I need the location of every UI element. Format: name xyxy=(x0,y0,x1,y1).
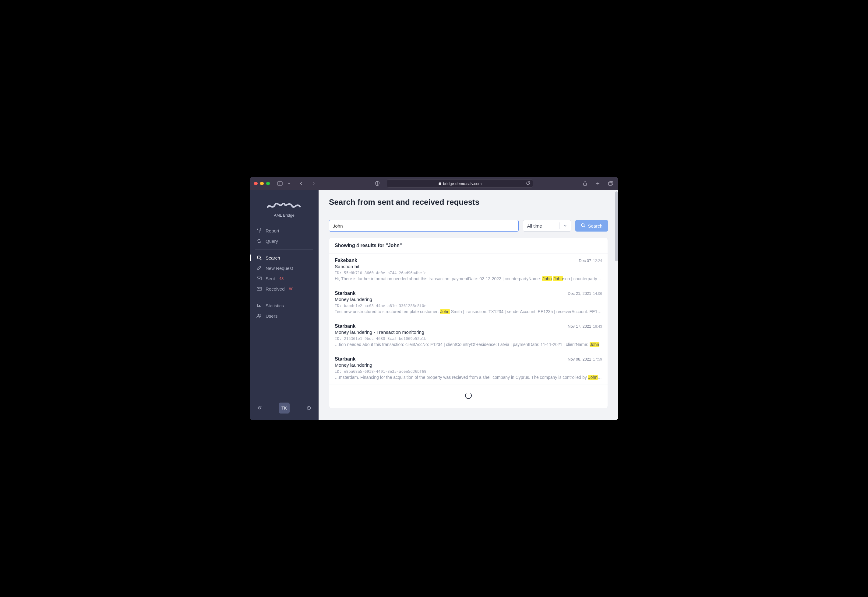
tab-group-chevron-icon[interactable] xyxy=(286,180,292,187)
highlight: John xyxy=(542,276,552,281)
browser-titlebar: bridge-demo.salv.com xyxy=(250,177,618,190)
forward-button[interactable] xyxy=(310,180,317,187)
result-snippet: …tion needed about this transaction: cli… xyxy=(335,342,602,347)
sidebar-item-label: Search xyxy=(266,255,280,260)
result-bank: Fakebank xyxy=(335,258,357,263)
highlight: John xyxy=(590,342,599,347)
share-icon[interactable] xyxy=(582,180,588,187)
search-icon xyxy=(256,255,262,260)
privacy-shield-icon[interactable] xyxy=(374,180,381,187)
salv-logo-icon xyxy=(266,198,302,211)
svg-rect-6 xyxy=(609,182,612,185)
result-snippet: Hi, There is further information needed … xyxy=(335,276,602,281)
search-button-label: Search xyxy=(588,223,602,229)
tabs-overview-icon[interactable] xyxy=(607,180,614,187)
result-snippet: Test new unstructured to structured temp… xyxy=(335,309,602,314)
sidebar-toggle-icon[interactable] xyxy=(277,180,283,187)
url-bar[interactable]: bridge-demo.salv.com xyxy=(387,179,533,188)
url-text: bridge-demo.salv.com xyxy=(443,181,482,186)
loading-row xyxy=(329,385,607,408)
result-timestamp: Nov 08, 2021 17:59 xyxy=(568,357,602,361)
back-button[interactable] xyxy=(298,180,305,187)
sidebar-item-label: Query xyxy=(266,239,278,244)
maximize-window[interactable] xyxy=(266,182,270,185)
svg-point-18 xyxy=(581,224,584,226)
result-snippet: …msterdam. Financing for the acquisition… xyxy=(335,375,602,380)
result-subject: Money laundering xyxy=(335,297,602,302)
sidebar-item-users[interactable]: Users xyxy=(250,311,319,321)
result-subject: Sanction hit xyxy=(335,264,602,269)
svg-rect-0 xyxy=(277,182,282,185)
result-timestamp: Dec 07 12:24 xyxy=(579,258,602,263)
window-controls xyxy=(254,182,270,185)
sidebar: AML Bridge Report Query xyxy=(250,190,319,420)
time-filter-value: All time xyxy=(527,223,542,229)
highlight: John xyxy=(588,375,598,380)
lock-icon xyxy=(438,182,441,185)
sidebar-item-statistics[interactable]: Statistics xyxy=(250,300,319,311)
reload-icon[interactable] xyxy=(526,181,530,186)
result-subject: Money laundering - Transaction monitorin… xyxy=(335,330,602,335)
user-avatar[interactable]: TK xyxy=(279,402,290,413)
sidebar-divider xyxy=(255,249,313,249)
edit-icon xyxy=(256,265,262,271)
svg-rect-3 xyxy=(439,183,441,185)
users-icon xyxy=(256,313,262,319)
sidebar-item-label: Received xyxy=(266,286,285,291)
select-separator xyxy=(560,223,560,229)
inbox-icon xyxy=(256,286,262,291)
minimize-window[interactable] xyxy=(260,182,264,185)
envelope-icon xyxy=(256,276,262,281)
result-id: ID: 55e8b710-8660-4e0e-b744-26ad96a4befc xyxy=(335,270,602,275)
sidebar-item-label: Statistics xyxy=(266,303,284,308)
sidebar-item-label: Sent xyxy=(266,276,275,281)
sidebar-item-received[interactable]: Received 80 xyxy=(250,284,319,294)
result-timestamp: Dec 21, 2021 14:06 xyxy=(568,291,602,296)
brand-subtitle: AML Bridge xyxy=(250,213,319,218)
received-badge: 80 xyxy=(289,287,293,291)
chevron-down-icon xyxy=(563,223,567,229)
result-id: ID: e8ba68a5-6938-4401-8e25-acee5d36bf68 xyxy=(335,369,602,374)
search-bar: All time Search xyxy=(329,220,608,232)
sidebar-item-search[interactable]: Search xyxy=(250,252,319,263)
brand-logo: AML Bridge xyxy=(250,190,319,220)
results-header: Showing 4 results for "John" xyxy=(329,238,607,254)
sidebar-item-query[interactable]: Query xyxy=(250,236,319,246)
sidebar-item-report[interactable]: Report xyxy=(250,226,319,236)
result-id: ID: babdc1e2-cc03-44ae-a81e-3361288c8f0e xyxy=(335,303,602,308)
close-window[interactable] xyxy=(254,182,258,185)
sidebar-footer: TK xyxy=(250,398,319,420)
result-item[interactable]: Starbank Nov 08, 2021 17:59 Money launde… xyxy=(329,352,607,385)
result-subject: Money laundering xyxy=(335,362,602,368)
result-item[interactable]: Starbank Nov 17, 2021 18:43 Money launde… xyxy=(329,319,607,352)
sidebar-item-label: Users xyxy=(266,313,277,319)
search-input[interactable] xyxy=(329,220,519,232)
result-bank: Starbank xyxy=(335,324,356,329)
new-tab-icon[interactable] xyxy=(594,180,601,187)
results-panel: Showing 4 results for "John" Fakebank De… xyxy=(329,238,608,408)
antenna-icon xyxy=(256,228,262,233)
sidebar-nav: Report Query Search xyxy=(250,220,319,327)
highlight: John xyxy=(553,276,563,281)
result-item[interactable]: Starbank Dec 21, 2021 14:06 Money launde… xyxy=(329,286,607,319)
sidebar-item-label: New Request xyxy=(266,266,293,271)
scrollbar[interactable] xyxy=(615,192,618,419)
svg-line-9 xyxy=(260,258,261,260)
collapse-sidebar-icon[interactable] xyxy=(257,405,262,411)
search-button[interactable]: Search xyxy=(575,220,608,232)
svg-point-14 xyxy=(258,314,259,316)
logout-icon[interactable] xyxy=(307,405,311,411)
user-initials: TK xyxy=(281,405,287,410)
spinner-icon xyxy=(465,392,472,399)
svg-point-8 xyxy=(258,256,261,259)
page-title: Search from sent and received requests xyxy=(329,198,608,212)
svg-line-19 xyxy=(584,226,585,227)
time-filter-select[interactable]: All time xyxy=(523,220,571,232)
scrollbar-thumb[interactable] xyxy=(615,192,618,261)
result-timestamp: Nov 17, 2021 18:43 xyxy=(568,324,602,329)
sidebar-item-new-request[interactable]: New Request xyxy=(250,263,319,273)
main-panel: Search from sent and received requests A… xyxy=(319,190,618,420)
result-item[interactable]: Fakebank Dec 07 12:24 Sanction hit ID: 5… xyxy=(329,254,607,286)
sidebar-item-sent[interactable]: Sent 43 xyxy=(250,273,319,284)
highlight: John xyxy=(440,309,450,314)
